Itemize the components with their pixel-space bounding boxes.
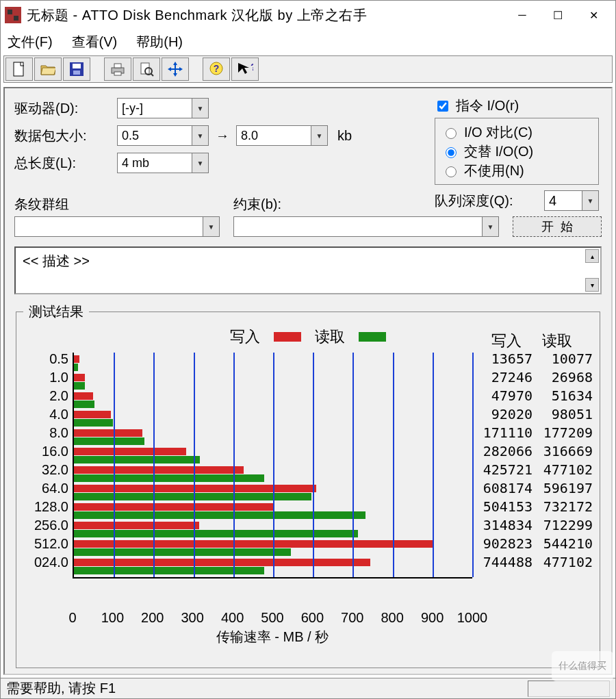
menu-view[interactable]: 查看(V) (72, 33, 118, 51)
size-to-combo[interactable]: 8.0 (236, 125, 328, 146)
app-icon (5, 7, 21, 23)
svg-line-12 (151, 73, 153, 76)
svg-rect-8 (114, 64, 121, 68)
stripe-group-combo[interactable] (14, 216, 220, 237)
svg-rect-1 (8, 10, 12, 14)
scroll-down-icon[interactable]: ▾ (585, 278, 599, 292)
queue-depth-combo[interactable]: 4 (544, 190, 599, 211)
titlebar: 无标题 - ATTO Disk Benchmark 汉化版 by 上帝之右手 ─… (1, 1, 615, 29)
arrow-icon: → (216, 128, 229, 144)
svg-marker-17 (168, 67, 171, 71)
drive-label: 驱动器(D): (14, 99, 117, 118)
menu-help[interactable]: 帮助(H) (136, 33, 183, 51)
statusbar: 需要帮助, 请按 F1 (1, 678, 615, 698)
svg-rect-3 (14, 62, 23, 76)
constraint-combo[interactable] (233, 216, 499, 237)
close-button[interactable]: ✕ (576, 3, 611, 27)
results-legend: 测试结果 (23, 303, 89, 321)
y-labels: 0.51.02.04.08.016.032.064.0128.0256.0512… (23, 350, 73, 610)
value-headers: 写入 读取 (491, 331, 572, 351)
kb-label: kb (337, 128, 352, 144)
io-mode-group: I/O 对比(C) 交替 I/O(O) 不使用(N) (435, 118, 599, 185)
preview-icon[interactable] (133, 58, 160, 81)
menubar: 文件(F) 查看(V) 帮助(H) (1, 29, 615, 54)
open-icon[interactable] (34, 58, 62, 81)
window-title: 无标题 - ATTO Disk Benchmark 汉化版 by 上帝之右手 (27, 6, 504, 25)
start-button[interactable]: 开始 (513, 216, 602, 237)
toolbar: ? ? (3, 55, 613, 83)
scroll-up-icon[interactable]: ▴ (585, 249, 599, 263)
io-neither-radio[interactable]: 不使用(N) (442, 161, 591, 180)
queue-depth-label: 队列深度(Q): (435, 192, 513, 210)
drive-combo[interactable]: [-y-] (117, 98, 209, 118)
svg-rect-9 (114, 72, 121, 75)
force-io-checkbox[interactable]: 指令 I/O(r) (435, 97, 599, 115)
svg-rect-2 (14, 16, 18, 21)
read-swatch (359, 332, 386, 342)
svg-rect-6 (73, 71, 80, 75)
save-icon[interactable] (63, 58, 90, 81)
stripe-group-label: 条纹群组 (14, 195, 220, 214)
new-icon[interactable] (5, 58, 33, 81)
write-swatch (274, 332, 301, 342)
total-length-combo[interactable]: 4 mb (117, 153, 209, 173)
value-columns: 1365727246479709202017111028206642572160… (472, 350, 593, 610)
description-box[interactable]: << 描述 >> ▴ ▾ (14, 246, 602, 294)
status-text: 需要帮助, 请按 F1 (6, 679, 116, 698)
main-panel: 指令 I/O(r) I/O 对比(C) 交替 I/O(O) 不使用(N) 队列深… (3, 87, 613, 675)
maximize-button[interactable]: ☐ (540, 3, 576, 27)
io-overlapped-radio[interactable]: 交替 I/O(O) (442, 142, 591, 161)
x-ticks: 01002003004005006007008009001000 (73, 610, 472, 628)
transfer-size-label: 数据包大小: (14, 127, 117, 145)
whatsthis-icon[interactable]: ? (231, 58, 259, 81)
svg-rect-5 (73, 64, 81, 68)
svg-marker-18 (179, 67, 183, 71)
bar-chart (73, 353, 472, 579)
help-icon[interactable]: ? (203, 58, 230, 81)
print-icon[interactable] (104, 58, 131, 81)
status-segment (528, 681, 610, 697)
svg-text:?: ? (251, 62, 253, 73)
move-icon[interactable] (162, 58, 189, 81)
minimize-button[interactable]: ─ (504, 3, 540, 27)
io-compare-radio[interactable]: I/O 对比(C) (442, 123, 591, 142)
total-length-label: 总长度(L): (14, 154, 117, 173)
svg-rect-0 (5, 7, 21, 23)
x-axis-label: 传输速率 - MB / 秒 (73, 628, 472, 646)
size-from-combo[interactable]: 0.5 (117, 125, 209, 146)
results-group: 测试结果 写入 读取 写入 读取 0.51.02.04.08.016.032.0… (16, 303, 600, 668)
svg-marker-15 (173, 62, 177, 65)
watermark: 什么值得买 (552, 651, 613, 681)
menu-file[interactable]: 文件(F) (8, 33, 53, 51)
svg-text:?: ? (214, 63, 220, 74)
svg-marker-16 (173, 73, 177, 77)
